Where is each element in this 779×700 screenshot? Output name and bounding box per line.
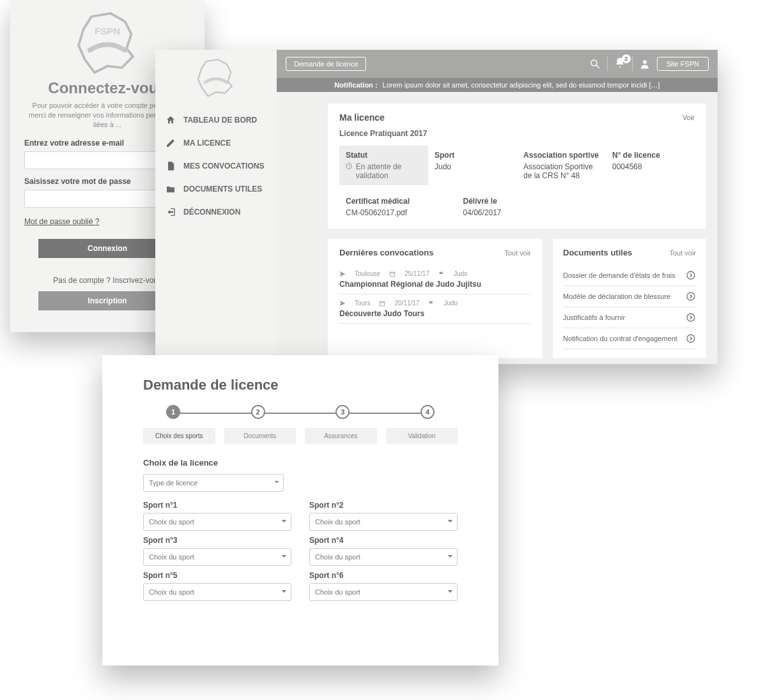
sport-select-5[interactable]: Choix du sport [143,583,291,601]
step-dot-1[interactable]: 1 [166,405,180,419]
sport-select-6[interactable]: Choix du sport [309,583,458,601]
user-icon[interactable] [639,58,651,70]
sport-select-1[interactable]: Choix du sport [143,513,291,531]
logo: FSPN [75,10,139,74]
step-dot-3[interactable]: 3 [336,405,350,419]
nav-licence[interactable]: MA LICENCE [155,132,277,155]
nav-dashboard[interactable]: TABLEAU DE BORD [155,109,277,132]
document-row[interactable]: Modèle de déclaration de blessure [563,286,696,307]
document-row[interactable]: Justificatifs à fournir [563,307,696,328]
calendar-icon [379,300,385,307]
document-row[interactable]: Notification du contrat d'engagement [563,328,696,349]
sport-label: Sport n°3 [143,536,291,545]
arrow-circle-icon [686,291,696,301]
convocation-row[interactable]: Tours 20/11/17 Judo Découverte Judo Tour… [339,294,531,324]
nav-documents[interactable]: DOCUMENTS UTILES [155,178,277,201]
licence-see-link[interactable]: Voir [683,114,695,121]
svg-point-11 [687,314,695,321]
request-licence-button[interactable]: Demande de licence [286,57,366,71]
svg-line-2 [596,65,599,68]
section-heading: Choix de la licence [143,458,458,468]
sport-select-4[interactable]: Choix du sport [309,548,458,566]
folder-icon [166,184,176,194]
wizard-stepper: 1234 [166,405,435,420]
notif-badge: 2 [622,54,631,63]
step-label: Assurances [305,428,377,444]
step-label: Validation [386,428,458,444]
location-icon [339,300,346,307]
licence-type-select[interactable]: Type de licence [143,474,284,492]
convocation-row[interactable]: Toulouse 25/11/17 Judo Championnat Régio… [339,265,531,294]
home-icon [166,115,176,125]
site-link-button[interactable]: Site FSPN [657,57,709,71]
licence-card: Ma licence Voir Licence Pratiquant 2017 … [328,103,706,229]
licence-status-cell: Statut En attente de validation [339,146,428,185]
sidebar: TABLEAU DE BORD MA LICENCE MES CONVOCATI… [155,50,277,364]
sport-label: Sport n°2 [309,501,458,510]
svg-point-1 [591,60,597,66]
nav-convocations[interactable]: MES CONVOCATIONS [155,155,277,178]
svg-text:FSPN: FSPN [95,26,120,36]
svg-rect-7 [380,301,385,306]
step-dot-2[interactable]: 2 [251,405,265,419]
notifications-button[interactable]: 2 [607,57,633,71]
svg-rect-5 [390,272,395,277]
svg-point-10 [687,293,695,300]
step-label: Documents [224,428,297,444]
notif-text: Lorem ipsum dolor sit amet, consectetur … [383,81,660,89]
document-row[interactable]: Dossier de demande d'états de frais [563,265,696,286]
sport-select-3[interactable]: Choix du sport [143,548,291,566]
sport-label: Sport n°4 [309,536,458,545]
notification-bar: Notification : Lorem ipsum dolor sit ame… [277,78,718,92]
convocations-card: Dernières convocations Tout voir Toulous… [328,239,543,358]
dashboard-panel: TABLEAU DE BORD MA LICENCE MES CONVOCATI… [155,50,718,364]
sport-label: Sport n°6 [309,571,458,580]
arrow-circle-icon [686,270,696,280]
forgot-password-link[interactable]: Mot de passe oublié ? [10,217,113,226]
file-icon [166,161,176,171]
topbar: Demande de licence 2 Site FSPN [277,50,718,78]
svg-point-12 [687,335,695,342]
arrow-circle-icon [686,333,696,344]
edit-icon [166,138,176,148]
sport-label: Sport n°5 [143,571,291,580]
search-icon[interactable] [589,58,601,70]
licence-request-wizard: Demande de licence 1234 Choix des sports… [102,355,498,666]
sport-select-2[interactable]: Choix du sport [309,513,458,531]
nav-logout[interactable]: DÉCONNEXION [155,201,277,224]
svg-point-9 [687,271,695,279]
sport-label: Sport n°1 [143,501,291,510]
licence-subtitle: Licence Pratiquant 2017 [339,129,695,138]
calendar-icon [389,271,396,277]
documents-card: Documents utiles Tout voir Dossier de de… [553,239,706,358]
flag-icon [428,300,435,307]
wizard-title: Demande de licence [143,377,458,393]
step-dot-4[interactable]: 4 [420,405,435,419]
clock-icon [346,162,352,170]
svg-point-3 [643,60,647,64]
arrow-circle-icon [686,312,696,323]
licence-title: Ma licence [339,112,385,123]
sidebar-logo [196,57,236,97]
documents-seeall-link[interactable]: Tout voir [669,249,696,257]
flag-icon [438,271,445,277]
notif-label: Notification : [334,81,377,89]
convocations-seeall-link[interactable]: Tout voir [504,249,531,257]
location-icon [339,271,346,277]
step-label: Choix des sports [143,428,215,444]
logout-icon [166,207,176,217]
main-area: Demande de licence 2 Site FSPN Notificat… [277,50,718,364]
